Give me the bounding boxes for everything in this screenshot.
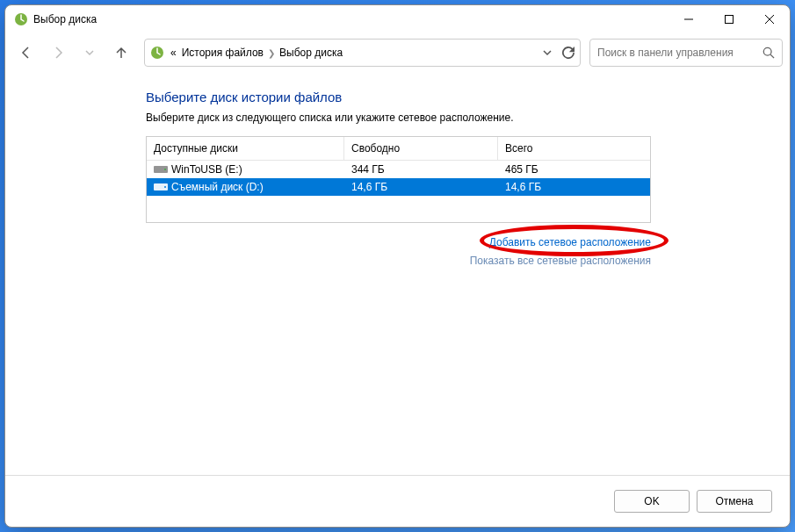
chevron-down-icon[interactable] [543, 48, 552, 57]
disk-free: 14,6 ГБ [344, 178, 498, 196]
disk-name: Съемный диск (D:) [171, 181, 264, 193]
drive-icon [154, 182, 168, 192]
show-all-network-link[interactable]: Показать все сетевые расположения [470, 255, 651, 267]
add-network-link[interactable]: Добавить сетевое расположение [489, 236, 651, 248]
svg-rect-2 [726, 16, 734, 24]
titlebar: Выбор диска [5, 5, 790, 33]
svg-point-11 [164, 186, 166, 188]
breadcrumb: « История файлов ❯ Выбор диска [168, 47, 539, 59]
search-box[interactable] [589, 39, 783, 67]
window-title: Выбор диска [33, 13, 669, 25]
chevron-right-icon: ❯ [266, 48, 277, 58]
page-subheading: Выберите диск из следующего списка или у… [146, 111, 763, 124]
toolbar: « История файлов ❯ Выбор диска [5, 33, 790, 72]
ok-button[interactable]: OK [614, 490, 690, 513]
refresh-icon[interactable] [562, 47, 575, 59]
recent-dropdown[interactable] [76, 39, 104, 67]
window: Выбор диска « История файлов ❯ Выбор дис… [4, 4, 791, 528]
svg-point-9 [164, 169, 166, 170]
address-bar[interactable]: « История файлов ❯ Выбор диска [144, 39, 581, 67]
drive-icon [154, 164, 168, 175]
svg-point-6 [763, 47, 771, 55]
disk-total: 14,6 ГБ [498, 178, 650, 196]
breadcrumb-prefix: « [168, 47, 179, 59]
table-row[interactable]: WinToUSB (E:)344 ГБ465 ГБ [147, 161, 650, 178]
breadcrumb-item[interactable]: История файлов [179, 47, 266, 59]
app-icon [14, 12, 28, 26]
svg-line-7 [770, 54, 774, 58]
disk-free: 344 ГБ [344, 161, 498, 178]
table-header: Доступные диски Свободно Всего [147, 137, 650, 161]
footer: OK Отмена [5, 475, 790, 527]
table-row[interactable]: Съемный диск (D:)14,6 ГБ14,6 ГБ [147, 178, 650, 196]
disk-name: WinToUSB (E:) [171, 163, 242, 176]
location-icon [150, 46, 164, 60]
search-input[interactable] [597, 47, 762, 59]
header-total[interactable]: Всего [498, 137, 650, 160]
forward-button [44, 39, 72, 67]
close-button[interactable] [749, 5, 790, 33]
back-button[interactable] [12, 39, 40, 67]
disk-table: Доступные диски Свободно Всего WinToUSB … [146, 136, 651, 223]
header-disks[interactable]: Доступные диски [147, 137, 344, 160]
link-area: Добавить сетевое расположение Показать в… [146, 234, 651, 270]
breadcrumb-item[interactable]: Выбор диска [277, 47, 345, 59]
header-free[interactable]: Свободно [344, 137, 498, 160]
window-controls [669, 5, 790, 33]
disk-total: 465 ГБ [498, 161, 650, 178]
content-area: Выберите диск истории файлов Выберите ди… [5, 72, 790, 475]
page-heading: Выберите диск истории файлов [146, 90, 763, 104]
maximize-button[interactable] [709, 5, 749, 33]
minimize-button[interactable] [669, 5, 709, 33]
table-body: WinToUSB (E:)344 ГБ465 ГБСъемный диск (D… [147, 161, 650, 222]
search-icon [762, 47, 775, 59]
up-button[interactable] [107, 39, 135, 67]
cancel-button[interactable]: Отмена [697, 490, 772, 513]
